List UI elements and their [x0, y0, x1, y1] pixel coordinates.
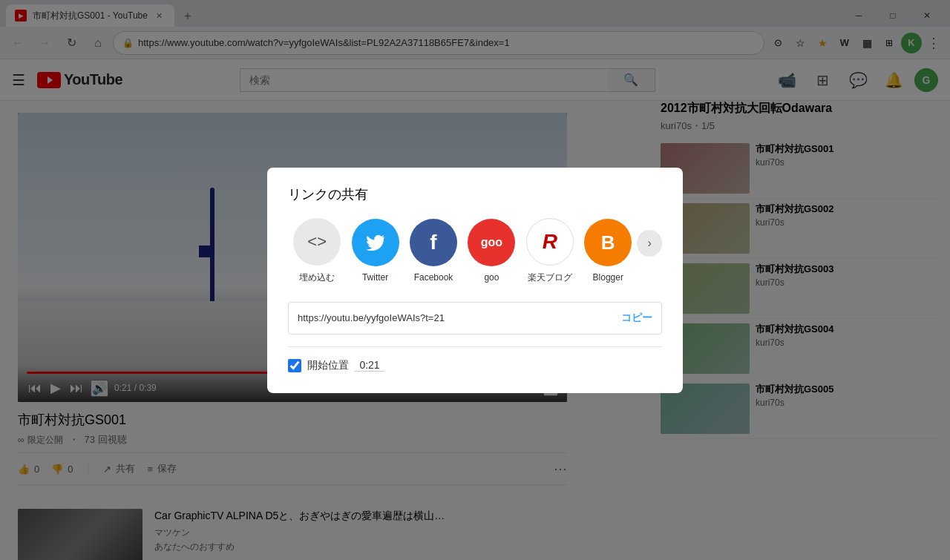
copy-button[interactable]: コピー — [612, 312, 652, 325]
share-goo-item[interactable]: goo goo — [462, 219, 520, 283]
blogger-icon: B — [584, 219, 632, 266]
facebook-label: Facebook — [414, 272, 453, 283]
embed-icon: <> — [293, 218, 341, 266]
share-embed-item[interactable]: <> 埋め込む — [288, 218, 346, 284]
twitter-icon — [352, 219, 399, 266]
start-time-checkbox[interactable] — [288, 359, 301, 372]
blogger-label: Blogger — [593, 272, 623, 283]
share-modal: リンクの共有 <> 埋め込む Twitter f Facebook — [267, 168, 683, 393]
share-blogger-item[interactable]: B Blogger — [579, 219, 637, 283]
share-time-row: 開始位置 — [288, 359, 662, 372]
goo-icon: goo — [468, 219, 515, 266]
share-icons-row: <> 埋め込む Twitter f Facebook goo goo — [288, 218, 662, 284]
share-facebook-item[interactable]: f Facebook — [404, 219, 462, 283]
share-url-row: https://youtu.be/yyfgoIeWAIs?t=21 コピー — [288, 302, 662, 335]
twitter-label: Twitter — [362, 272, 388, 283]
modal-overlay[interactable]: リンクの共有 <> 埋め込む Twitter f Facebook — [0, 0, 950, 560]
share-divider — [288, 346, 662, 347]
facebook-icon: f — [410, 219, 457, 266]
share-url-text: https://youtu.be/yyfgoIeWAIs?t=21 — [298, 312, 612, 323]
goo-label: goo — [484, 272, 499, 283]
rakuten-icon: R — [526, 218, 574, 266]
share-rakuten-item[interactable]: R 楽天ブログ — [521, 218, 579, 284]
rakuten-label: 楽天ブログ — [528, 271, 572, 284]
modal-title: リンクの共有 — [288, 185, 662, 203]
share-next-button[interactable]: › — [637, 230, 662, 257]
start-time-input[interactable] — [355, 359, 384, 372]
share-twitter-item[interactable]: Twitter — [346, 219, 404, 283]
embed-label: 埋め込む — [299, 271, 335, 284]
start-time-label: 開始位置 — [307, 359, 349, 372]
